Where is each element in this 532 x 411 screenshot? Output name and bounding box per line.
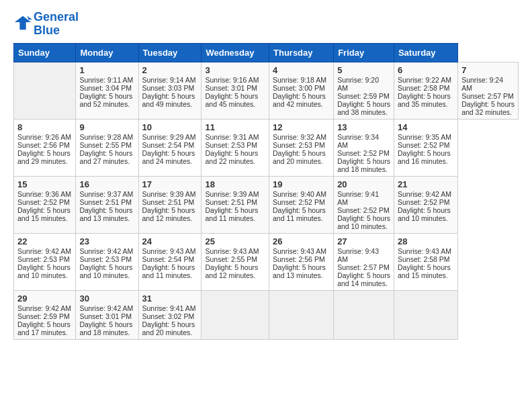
daylight-text: Daylight: 5 hours and 13 minutes.	[79, 206, 132, 222]
sunset-text: Sunset: 2:59 PM	[17, 312, 70, 320]
sunset-text: Sunset: 2:51 PM	[205, 198, 257, 206]
daylight-text: Daylight: 5 hours and 11 minutes.	[205, 206, 258, 222]
daylight-text: Daylight: 5 hours and 27 minutes.	[79, 149, 132, 165]
day-number: 27	[337, 236, 390, 246]
sunset-text: Sunset: 2:58 PM	[398, 84, 450, 92]
sunset-text: Sunset: 2:52 PM	[398, 141, 450, 149]
daylight-text: Daylight: 5 hours and 17 minutes.	[17, 320, 71, 336]
day-number: 26	[273, 236, 330, 246]
daylight-text: Daylight: 5 hours and 12 minutes.	[205, 263, 258, 279]
daylight-text: Daylight: 5 hours and 49 minutes.	[142, 92, 195, 108]
sunset-text: Sunset: 2:52 PM	[273, 198, 325, 206]
daylight-text: Daylight: 5 hours and 11 minutes.	[142, 263, 195, 279]
sunrise-text: Sunrise: 9:41 AM	[337, 190, 379, 206]
daylight-text: Daylight: 5 hours and 20 minutes.	[142, 320, 195, 336]
daylight-text: Daylight: 5 hours and 18 minutes.	[79, 320, 132, 336]
calendar-day-cell: 13Sunrise: 9:34 AMSunset: 2:52 PMDayligh…	[334, 119, 394, 176]
day-number: 31	[142, 293, 198, 304]
sunset-text: Sunset: 2:56 PM	[17, 141, 70, 149]
day-number: 2	[142, 65, 198, 75]
sunrise-text: Sunrise: 9:22 AM	[398, 76, 451, 84]
calendar-day-cell: 16Sunrise: 9:37 AMSunset: 2:51 PMDayligh…	[76, 176, 138, 233]
day-number: 21	[398, 179, 454, 189]
calendar-day-cell: 23Sunrise: 9:42 AMSunset: 2:53 PMDayligh…	[76, 233, 138, 290]
day-number: 11	[205, 122, 265, 132]
sunrise-text: Sunrise: 9:20 AM	[337, 76, 379, 92]
day-header: Wednesday	[202, 43, 269, 62]
sunrise-text: Sunrise: 9:26 AM	[17, 133, 71, 141]
calendar-day-cell: 12Sunrise: 9:32 AMSunset: 2:53 PMDayligh…	[269, 119, 334, 176]
sunset-text: Sunset: 2:58 PM	[398, 255, 450, 263]
calendar-day-cell	[202, 290, 269, 339]
sunset-text: Sunset: 2:53 PM	[79, 255, 132, 263]
daylight-text: Daylight: 5 hours and 11 minutes.	[273, 206, 326, 222]
day-number: 13	[337, 122, 390, 132]
daylight-text: Daylight: 5 hours and 29 minutes.	[17, 149, 71, 165]
daylight-text: Daylight: 5 hours and 42 minutes.	[273, 92, 326, 108]
calendar-day-cell: 30Sunrise: 9:42 AMSunset: 3:01 PMDayligh…	[76, 290, 138, 339]
sunrise-text: Sunrise: 9:41 AM	[142, 304, 196, 312]
sunset-text: Sunset: 2:52 PM	[17, 198, 70, 206]
day-number: 14	[398, 122, 454, 132]
calendar-week-row: 1Sunrise: 9:11 AMSunset: 3:04 PMDaylight…	[14, 62, 519, 119]
calendar-week-row: 8Sunrise: 9:26 AMSunset: 2:56 PMDaylight…	[14, 119, 519, 176]
sunrise-text: Sunrise: 9:24 AM	[461, 76, 503, 92]
sunrise-text: Sunrise: 9:34 AM	[337, 133, 379, 149]
day-number: 20	[337, 179, 390, 189]
day-number: 24	[142, 236, 198, 246]
calendar-day-cell: 8Sunrise: 9:26 AMSunset: 2:56 PMDaylight…	[14, 119, 76, 176]
calendar-day-cell: 26Sunrise: 9:43 AMSunset: 2:56 PMDayligh…	[269, 233, 334, 290]
daylight-text: Daylight: 5 hours and 10 minutes.	[17, 263, 71, 279]
daylight-text: Daylight: 5 hours and 52 minutes.	[79, 92, 132, 108]
logo-text: General Blue	[34, 11, 79, 38]
daylight-text: Daylight: 5 hours and 10 minutes.	[79, 263, 132, 279]
daylight-text: Daylight: 5 hours and 45 minutes.	[205, 92, 258, 108]
daylight-text: Daylight: 5 hours and 32 minutes.	[461, 100, 515, 116]
sunrise-text: Sunrise: 9:28 AM	[79, 133, 133, 141]
day-number: 8	[17, 122, 72, 132]
daylight-text: Daylight: 5 hours and 15 minutes.	[398, 263, 451, 279]
page-header: General Blue	[13, 11, 519, 38]
sunset-text: Sunset: 3:01 PM	[205, 84, 257, 92]
sunset-text: Sunset: 2:54 PM	[142, 255, 195, 263]
calendar-day-cell: 28Sunrise: 9:43 AMSunset: 2:58 PMDayligh…	[394, 233, 457, 290]
day-number: 25	[205, 236, 265, 246]
daylight-text: Daylight: 5 hours and 14 minutes.	[337, 271, 390, 287]
daylight-text: Daylight: 5 hours and 13 minutes.	[273, 263, 326, 279]
day-number: 7	[461, 65, 515, 75]
calendar-day-cell: 27Sunrise: 9:43 AMSunset: 2:57 PMDayligh…	[334, 233, 394, 290]
day-number: 19	[273, 179, 330, 189]
day-header: Saturday	[394, 43, 457, 62]
sunrise-text: Sunrise: 9:37 AM	[79, 190, 133, 198]
calendar-day-cell: 10Sunrise: 9:29 AMSunset: 2:54 PMDayligh…	[138, 119, 202, 176]
logo-icon	[13, 13, 32, 32]
day-header: Monday	[76, 43, 138, 62]
day-number: 3	[205, 65, 265, 75]
day-header: Friday	[334, 43, 394, 62]
day-number: 22	[17, 236, 72, 246]
sunrise-text: Sunrise: 9:43 AM	[273, 247, 326, 255]
calendar-day-cell: 17Sunrise: 9:39 AMSunset: 2:51 PMDayligh…	[138, 176, 202, 233]
sunrise-text: Sunrise: 9:39 AM	[205, 190, 259, 198]
calendar-day-cell: 7Sunrise: 9:24 AMSunset: 2:57 PMDaylight…	[458, 62, 519, 119]
sunset-text: Sunset: 2:57 PM	[337, 263, 390, 271]
sunset-text: Sunset: 2:57 PM	[461, 92, 514, 100]
calendar-week-row: 29Sunrise: 9:42 AMSunset: 2:59 PMDayligh…	[14, 290, 519, 339]
calendar-day-cell: 22Sunrise: 9:42 AMSunset: 2:53 PMDayligh…	[14, 233, 76, 290]
sunrise-text: Sunrise: 9:43 AM	[142, 247, 196, 255]
daylight-text: Daylight: 5 hours and 12 minutes.	[142, 206, 195, 222]
calendar-day-cell: 4Sunrise: 9:18 AMSunset: 3:00 PMDaylight…	[269, 62, 334, 119]
day-number: 4	[273, 65, 330, 75]
day-number: 12	[273, 122, 330, 132]
day-number: 23	[79, 236, 134, 246]
calendar-week-row: 15Sunrise: 9:36 AMSunset: 2:52 PMDayligh…	[14, 176, 519, 233]
daylight-text: Daylight: 5 hours and 15 minutes.	[17, 206, 71, 222]
day-header: Thursday	[269, 43, 334, 62]
sunset-text: Sunset: 3:03 PM	[142, 84, 195, 92]
day-header: Sunday	[14, 43, 76, 62]
sunrise-text: Sunrise: 9:29 AM	[142, 133, 196, 141]
calendar-day-cell: 15Sunrise: 9:36 AMSunset: 2:52 PMDayligh…	[14, 176, 76, 233]
sunset-text: Sunset: 2:53 PM	[17, 255, 70, 263]
sunrise-text: Sunrise: 9:43 AM	[337, 247, 379, 263]
calendar-day-cell: 5Sunrise: 9:20 AMSunset: 2:59 PMDaylight…	[334, 62, 394, 119]
